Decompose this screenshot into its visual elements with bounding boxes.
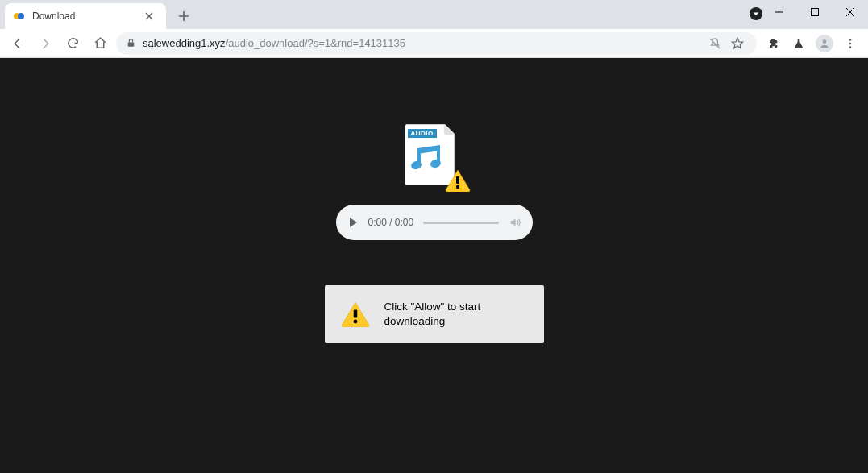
svg-rect-11 xyxy=(353,310,357,318)
back-button[interactable] xyxy=(6,32,29,55)
extensions-icon[interactable] xyxy=(762,32,784,55)
address-bar[interactable]: salewedding1.xyz/audio_download/?s=1&rnd… xyxy=(116,32,757,55)
seek-track[interactable] xyxy=(423,222,498,224)
audio-tag-label: AUDIO xyxy=(408,129,437,138)
close-tab-icon[interactable] xyxy=(145,12,158,20)
labs-icon[interactable] xyxy=(787,32,810,55)
reload-button[interactable] xyxy=(61,32,84,55)
player-time: 0:00 / 0:00 xyxy=(368,217,414,228)
svg-rect-3 xyxy=(812,9,819,16)
warning-icon xyxy=(341,301,370,327)
svg-rect-9 xyxy=(456,176,459,184)
url-text: salewedding1.xyz/audio_download/?s=1&rnd… xyxy=(143,37,405,49)
audio-file-icon: AUDIO xyxy=(405,124,464,189)
svg-rect-4 xyxy=(128,42,135,46)
favicon-icon xyxy=(13,10,26,23)
page-viewport: AUDIO 0:00 / 0:00 xyxy=(0,58,868,473)
svg-point-5 xyxy=(823,39,827,44)
menu-button[interactable] xyxy=(839,32,862,55)
allow-message-text: Click "Allow" to start downloading xyxy=(384,300,528,329)
svg-point-1 xyxy=(18,13,24,19)
svg-point-7 xyxy=(849,42,852,44)
svg-point-6 xyxy=(849,39,852,41)
lock-icon xyxy=(126,38,136,48)
close-window-button[interactable] xyxy=(833,0,868,24)
bookmark-star-icon[interactable] xyxy=(728,34,747,53)
forward-button[interactable] xyxy=(34,32,56,55)
svg-point-8 xyxy=(849,46,852,48)
browser-toolbar: salewedding1.xyz/audio_download/?s=1&rnd… xyxy=(0,29,868,58)
maximize-button[interactable] xyxy=(797,0,833,24)
allow-message-box: Click "Allow" to start downloading xyxy=(325,285,544,343)
new-tab-button[interactable] xyxy=(172,5,195,27)
warning-icon xyxy=(445,169,471,192)
browser-tab[interactable]: Download xyxy=(5,3,166,29)
svg-point-12 xyxy=(353,320,357,324)
tab-title: Download xyxy=(32,10,139,22)
window-controls xyxy=(762,0,868,24)
audio-player[interactable]: 0:00 / 0:00 xyxy=(336,205,533,240)
notifications-muted-icon[interactable] xyxy=(705,34,725,53)
url-host: salewedding1.xyz xyxy=(143,37,226,49)
profile-avatar[interactable] xyxy=(813,32,836,55)
home-button[interactable] xyxy=(89,32,111,55)
svg-point-10 xyxy=(455,185,459,189)
titlebar: Download xyxy=(0,0,868,29)
volume-icon[interactable] xyxy=(509,216,521,229)
play-icon[interactable] xyxy=(347,217,359,228)
url-path: /audio_download/?s=1&rnd=14131135 xyxy=(226,37,405,49)
minimize-button[interactable] xyxy=(762,0,797,24)
